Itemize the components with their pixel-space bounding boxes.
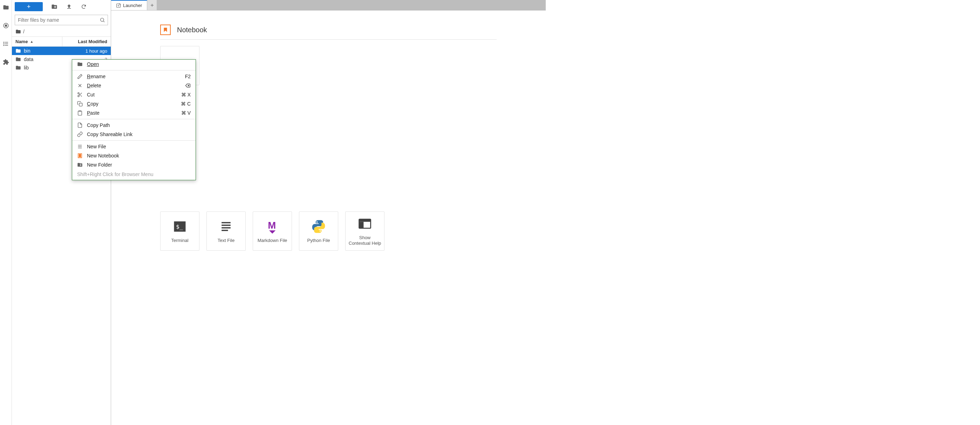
activity-running-icon[interactable] (2, 22, 10, 29)
activity-files-icon[interactable] (2, 3, 10, 11)
new-folder-icon (77, 162, 83, 168)
file-name: bin (24, 48, 62, 54)
card-python-file[interactable]: Python File (299, 212, 338, 251)
cm-delete[interactable]: Delete (72, 81, 196, 90)
notebook-section-icon (160, 25, 171, 35)
folder-icon (77, 61, 83, 67)
tab-add-button[interactable] (147, 0, 157, 10)
file-list-header: Name ▲ Last Modified (12, 37, 111, 47)
card-label: Show Contextual Help (348, 235, 382, 246)
text-file-icon (218, 219, 234, 234)
svg-line-31 (79, 94, 80, 95)
activity-extensions-icon[interactable] (2, 58, 10, 66)
column-name[interactable]: Name ▲ (12, 37, 62, 46)
cm-label: New Notebook (87, 153, 191, 159)
cm-copy-shareable-link[interactable]: Copy Shareable Link (72, 130, 196, 139)
new-folder-icon[interactable] (51, 3, 57, 10)
file-modified: 1 hour ago (62, 48, 107, 54)
filter-input[interactable] (15, 15, 108, 25)
context-menu: Open Rename F2 Delete Cut ⌘ X Copy ⌘ C P… (72, 59, 196, 180)
upload-icon[interactable] (66, 3, 72, 10)
cm-hint: Shift+Right Click for Browser Menu (72, 169, 196, 180)
folder-icon (16, 65, 21, 70)
section-title: Notebook (177, 26, 207, 34)
cm-copy-path[interactable]: Copy Path (72, 121, 196, 130)
terminal-icon: $_ (172, 219, 188, 234)
card-label: Python File (307, 238, 330, 244)
card-label: Markdown File (258, 238, 287, 244)
filebrowser-toolbar: + (12, 0, 111, 13)
clipboard-icon (77, 110, 83, 116)
cm-label: New Folder (87, 162, 191, 168)
svg-point-5 (3, 42, 4, 43)
contextual-help-icon (357, 216, 372, 231)
svg-line-9 (103, 21, 105, 22)
cm-separator (72, 119, 196, 119)
cm-shortcut: ⌘ V (181, 110, 191, 116)
card-label: Text File (218, 238, 234, 244)
tab-label: Launcher (123, 3, 142, 8)
breadcrumb-root: / (23, 29, 24, 34)
svg-point-7 (3, 45, 4, 46)
cm-label: Cut (87, 92, 177, 97)
tab-launcher[interactable]: Launcher (111, 0, 147, 10)
refresh-icon[interactable] (81, 3, 87, 10)
cm-label: Copy Path (87, 123, 191, 128)
svg-point-28 (78, 96, 79, 97)
cm-rename[interactable]: Rename F2 (72, 72, 196, 81)
svg-point-8 (100, 18, 104, 21)
cm-new-notebook[interactable]: New Notebook (72, 151, 196, 160)
search-icon (100, 17, 105, 23)
file-row-bin[interactable]: bin 1 hour ago (12, 47, 111, 55)
svg-line-30 (81, 96, 82, 97)
cm-new-file[interactable]: New File (72, 142, 196, 151)
cm-separator (72, 140, 196, 141)
cards-other: $_ Terminal Text File M Markdown File (160, 212, 497, 251)
cm-copy[interactable]: Copy ⌘ C (72, 99, 196, 108)
scissors-icon (77, 92, 83, 97)
new-launcher-button[interactable]: + (15, 2, 43, 11)
svg-rect-32 (79, 103, 83, 106)
svg-text:M: M (268, 220, 276, 231)
filter-wrapper (15, 15, 108, 25)
folder-icon (16, 29, 21, 34)
cm-cut[interactable]: Cut ⌘ X (72, 90, 196, 99)
cm-shortcut (185, 83, 191, 88)
cm-paste[interactable]: Paste ⌘ V (72, 108, 196, 118)
svg-rect-15 (221, 222, 231, 223)
svg-rect-10 (117, 3, 121, 7)
section-notebook: Notebook (160, 25, 497, 85)
cm-separator (72, 70, 196, 70)
activity-toc-icon[interactable] (2, 40, 10, 48)
lines-icon (77, 144, 83, 150)
svg-rect-21 (359, 220, 371, 222)
link-icon (77, 132, 83, 137)
svg-rect-18 (221, 230, 228, 231)
card-terminal[interactable]: $_ Terminal (160, 212, 199, 251)
svg-rect-17 (221, 227, 231, 229)
cm-shortcut: ⌘ C (181, 101, 191, 107)
card-text-file[interactable]: Text File (207, 212, 246, 251)
cm-open[interactable]: Open (72, 60, 196, 69)
svg-rect-16 (221, 225, 231, 226)
python-icon (311, 219, 326, 234)
svg-rect-33 (79, 110, 81, 111)
cm-label: Paste (87, 110, 177, 116)
breadcrumb[interactable]: / (12, 27, 111, 37)
card-contextual-help[interactable]: Show Contextual Help (345, 212, 385, 251)
column-modified[interactable]: Last Modified (62, 37, 111, 46)
launcher-icon (116, 3, 121, 8)
blank-area (546, 0, 980, 425)
file-name: lib (24, 65, 62, 70)
pencil-icon (77, 74, 83, 79)
cm-label: Delete (87, 83, 181, 88)
cm-new-folder[interactable]: New Folder (72, 160, 196, 169)
markdown-icon: M (265, 219, 280, 234)
svg-point-6 (3, 43, 4, 44)
cm-label: Rename (87, 74, 181, 79)
tab-bar: Launcher (111, 0, 546, 11)
svg-point-27 (78, 92, 79, 94)
notebook-icon (77, 153, 83, 159)
card-markdown-file[interactable]: M Markdown File (253, 212, 292, 251)
svg-text:$_: $_ (176, 223, 183, 230)
